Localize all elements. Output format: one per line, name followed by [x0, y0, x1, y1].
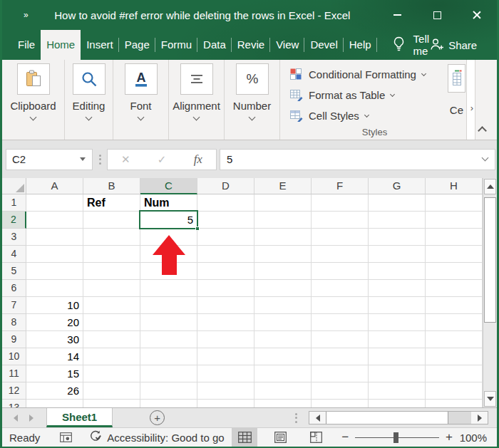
- cell-A4[interactable]: [26, 246, 83, 263]
- cell-F12[interactable]: [312, 382, 369, 400]
- cancel-icon[interactable]: ✕: [121, 153, 130, 166]
- chevron-down-icon[interactable]: [193, 114, 200, 121]
- cell-H5[interactable]: [426, 263, 483, 280]
- cell-G7[interactable]: [369, 297, 426, 314]
- cell-E2[interactable]: [254, 212, 312, 229]
- cell-A9[interactable]: 30: [26, 331, 83, 348]
- cell-H11[interactable]: [426, 365, 483, 382]
- cell-C13[interactable]: [140, 400, 197, 407]
- cell-H1[interactable]: [426, 194, 483, 212]
- cell-B12[interactable]: [83, 382, 140, 400]
- cell-H8[interactable]: [426, 314, 483, 331]
- cell-A1[interactable]: [26, 194, 83, 212]
- minimize-button[interactable]: [377, 0, 417, 30]
- col-header-B[interactable]: B: [83, 178, 140, 194]
- cell-B10[interactable]: [83, 348, 140, 365]
- cell-G5[interactable]: [369, 263, 426, 280]
- ribbon-tab-insert[interactable]: Insert: [81, 30, 119, 60]
- row-header-5[interactable]: 5: [2, 263, 26, 280]
- cell-D8[interactable]: [197, 314, 254, 331]
- fill-handle[interactable]: [195, 226, 200, 231]
- col-header-A[interactable]: A: [26, 178, 83, 194]
- cell-D12[interactable]: [197, 382, 254, 400]
- cell-D1[interactable]: [197, 194, 254, 212]
- collapse-ribbon-button[interactable]: [474, 121, 490, 134]
- cell-H4[interactable]: [426, 246, 483, 263]
- tell-me-button[interactable]: Tell me: [393, 30, 430, 60]
- ribbon-tab-formu[interactable]: Formu: [155, 30, 197, 60]
- cell-H7[interactable]: [426, 297, 483, 314]
- cell-D2[interactable]: [197, 212, 254, 229]
- chevron-down-icon[interactable]: [249, 114, 256, 121]
- zoom-slider[interactable]: [355, 437, 439, 438]
- row-header-8[interactable]: 8: [2, 314, 26, 331]
- cell-E13[interactable]: [254, 400, 312, 407]
- cell-C12[interactable]: [140, 382, 197, 400]
- cell-F9[interactable]: [312, 331, 369, 348]
- ribbon-group-font[interactable]: AFont: [113, 60, 169, 140]
- next-sheet-button[interactable]: [29, 415, 34, 422]
- cell-A11[interactable]: 15: [26, 365, 83, 382]
- cell-B5[interactable]: [83, 263, 140, 280]
- cell-B11[interactable]: [83, 365, 140, 382]
- cell-G4[interactable]: [369, 246, 426, 263]
- row-header-10[interactable]: 10: [2, 348, 26, 365]
- ribbon-group-number[interactable]: %Number: [225, 60, 280, 140]
- cell-H12[interactable]: [426, 382, 483, 400]
- row-header-13[interactable]: 13: [2, 400, 26, 407]
- chevron-down-icon[interactable]: [138, 114, 145, 121]
- cell-A7[interactable]: 10: [26, 297, 83, 314]
- scroll-left-button[interactable]: [309, 412, 326, 424]
- cell-H2[interactable]: [426, 212, 483, 229]
- zoom-level[interactable]: 100%: [456, 432, 487, 444]
- chevron-down-icon[interactable]: [80, 157, 86, 161]
- cell-F13[interactable]: [312, 400, 369, 407]
- col-header-C[interactable]: C: [140, 178, 197, 194]
- ribbon-tab-devel[interactable]: Devel: [304, 30, 343, 60]
- cell-F4[interactable]: [312, 246, 369, 263]
- maximize-button[interactable]: [417, 0, 457, 30]
- col-header-D[interactable]: D: [197, 178, 254, 194]
- cell-A3[interactable]: [26, 229, 83, 246]
- horizontal-scrollbar[interactable]: [309, 411, 488, 424]
- cell-F11[interactable]: [312, 365, 369, 382]
- ribbon-tab-data[interactable]: Data: [197, 30, 232, 60]
- cell-F10[interactable]: [312, 348, 369, 365]
- cell-F1[interactable]: [312, 194, 369, 212]
- ribbon-tab-help[interactable]: Help: [344, 30, 377, 60]
- cell-H9[interactable]: [426, 331, 483, 348]
- cell-E4[interactable]: [254, 246, 312, 263]
- previous-sheet-button[interactable]: [14, 415, 18, 422]
- cell-C6[interactable]: [140, 280, 197, 297]
- name-box[interactable]: C2: [6, 149, 93, 170]
- cell-B2[interactable]: [83, 212, 140, 229]
- cell-G9[interactable]: [369, 331, 426, 348]
- cell-C10[interactable]: [140, 348, 197, 365]
- sheet-tab-sheet1[interactable]: Sheet1: [46, 408, 113, 427]
- cell-D4[interactable]: [197, 246, 254, 263]
- cell-styles-button[interactable]: Cell Styles: [290, 105, 469, 126]
- chevron-down-icon[interactable]: [30, 114, 37, 121]
- cell-G3[interactable]: [369, 229, 426, 246]
- cell-F8[interactable]: [312, 314, 369, 331]
- macro-record-icon[interactable]: [60, 432, 72, 442]
- cell-D3[interactable]: [197, 229, 254, 246]
- cell-D11[interactable]: [197, 365, 254, 382]
- accessibility-status[interactable]: Accessibility: Good to go: [89, 430, 224, 444]
- sheet-bar-drag-handle[interactable]: [292, 413, 299, 423]
- row-header-2[interactable]: 2: [2, 212, 26, 229]
- row-header-3[interactable]: 3: [2, 229, 26, 246]
- row-header-6[interactable]: 6: [2, 280, 26, 297]
- chevron-down-icon[interactable]: [86, 114, 93, 121]
- formula-input[interactable]: 5: [220, 149, 495, 170]
- page-layout-view-button[interactable]: [267, 428, 293, 447]
- cell-F6[interactable]: [312, 280, 369, 297]
- ribbon-scroll-right-icon[interactable]: ›: [470, 103, 473, 113]
- cell-D9[interactable]: [197, 331, 254, 348]
- cell-H10[interactable]: [426, 348, 483, 365]
- cell-A10[interactable]: 14: [26, 348, 83, 365]
- cell-E8[interactable]: [254, 314, 312, 331]
- row-header-12[interactable]: 12: [2, 382, 26, 400]
- col-header-H[interactable]: H: [426, 178, 483, 194]
- expand-formula-bar-icon[interactable]: [482, 155, 489, 162]
